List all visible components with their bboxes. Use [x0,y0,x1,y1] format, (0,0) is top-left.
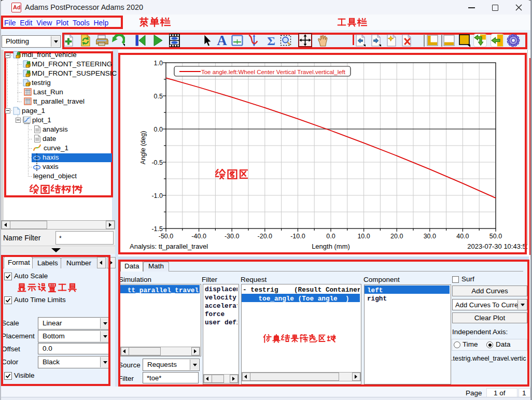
svg-text:Σ: Σ [267,34,275,47]
svg-text:A: A [217,34,227,47]
